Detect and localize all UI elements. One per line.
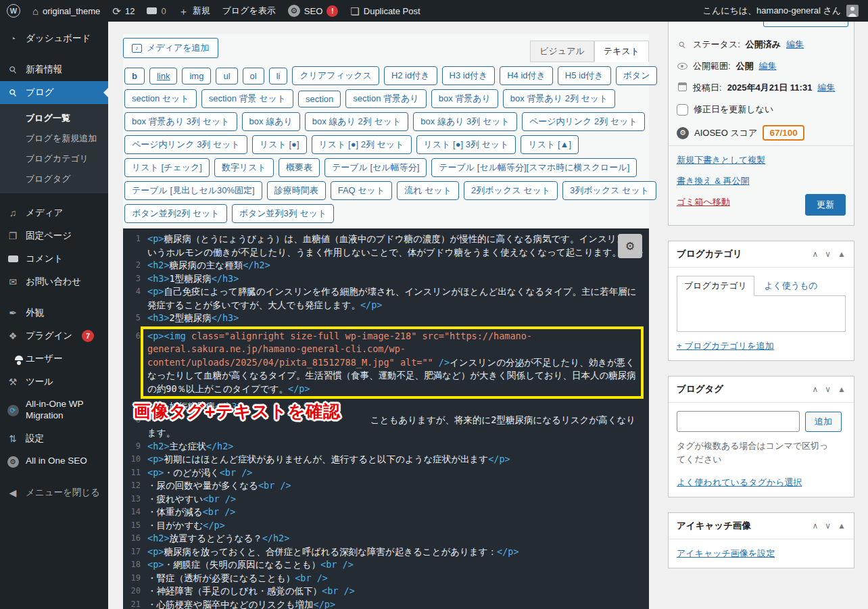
sidebar-item-pages[interactable]: ❐固定ページ xyxy=(0,224,108,247)
quicktag-button[interactable]: ul xyxy=(216,68,237,84)
quicktag-button[interactable]: ボタン xyxy=(616,66,658,85)
greeting-text[interactable]: こんにちは、hamano-general さん xyxy=(703,5,841,17)
quicktag-button[interactable]: テーブル [セル幅等分] xyxy=(324,158,427,177)
toggle-panel-icon[interactable]: ▲ xyxy=(838,249,846,259)
preview-button-partial[interactable] xyxy=(763,22,848,27)
quicktag-button[interactable]: テーブル [見出しセル30%固定] xyxy=(124,181,262,200)
sidebar-item-blog[interactable]: ⚲ブログ xyxy=(0,81,108,104)
code-line[interactable]: 12・尿の回数や量が多くなる<br /> xyxy=(123,479,644,493)
quicktag-button[interactable]: 3列ボックス セット xyxy=(562,181,656,200)
move-up-icon[interactable]: ∧ xyxy=(813,385,819,394)
quicktag-button[interactable]: ページ内リンク 2列 セット xyxy=(522,112,645,131)
quicktag-button[interactable]: box 線あり 2列 セット xyxy=(305,112,409,131)
code-line[interactable]: 9<h2>主な症状</h2> xyxy=(123,440,644,454)
code-line[interactable]: 16<h2>放置するとどうなる？</h2> xyxy=(123,532,644,545)
quicktag-button[interactable]: b xyxy=(124,68,145,84)
code-line[interactable]: 8こともありますが、将来的に2型糖尿病になるリスクが高くなります。画像タグ+テキ… xyxy=(123,414,644,440)
code-line[interactable]: 18<p>・網膜症（失明の原因になることも）<br /> xyxy=(123,558,644,572)
quicktag-button[interactable]: FAQ セット xyxy=(331,181,393,200)
sidebar-item-media[interactable]: ♫メディア xyxy=(0,201,108,224)
tab-most-used[interactable]: よく使うもの xyxy=(764,280,818,292)
code-line[interactable]: 4<p>自己免疫によって膵臓のインスリンを作る細胞が壊され、インスリンがほとんど… xyxy=(123,285,644,312)
toggle-panel-icon[interactable]: ▲ xyxy=(838,521,846,531)
sidebar-item-comments[interactable]: コメント xyxy=(0,247,108,270)
move-up-icon[interactable]: ∧ xyxy=(813,249,819,259)
code-line[interactable]: 3<h3>1型糖尿病</h3> xyxy=(123,272,644,286)
move-down-icon[interactable]: ∨ xyxy=(825,521,831,531)
quicktag-button[interactable]: ボタン並列3列 セット xyxy=(232,204,335,223)
quicktag-button[interactable]: section xyxy=(298,91,341,107)
code-line[interactable]: 21・心筋梗塞や脳卒中などのリスクも増加</p> xyxy=(123,598,644,609)
visibility-edit-link[interactable]: 編集 xyxy=(759,60,777,72)
code-line[interactable]: 10<p>初期にはほとんど症状がありませんが、進行すると以下のような症状が出ます… xyxy=(123,453,644,466)
category-list[interactable] xyxy=(677,295,846,332)
quicktag-button[interactable]: section セット xyxy=(124,89,197,108)
date-edit-link[interactable]: 編集 xyxy=(817,82,835,94)
move-down-icon[interactable]: ∨ xyxy=(825,385,831,394)
comments-menu[interactable]: 0 xyxy=(147,6,166,16)
code-line[interactable]: 11<p>・のどが渇く<br /> xyxy=(123,466,644,480)
sidebar-subitem-ブログタグ[interactable]: ブログタグ xyxy=(0,169,108,189)
aioseo-score-badge[interactable]: 67/100 xyxy=(763,125,804,141)
code-line[interactable]: 14・体重が減る<br /> xyxy=(123,506,644,519)
user-avatar[interactable] xyxy=(846,5,859,17)
add-media-button[interactable]: ♪ メディアを追加 xyxy=(123,38,218,58)
new-content-menu[interactable]: ＋ 新規 xyxy=(178,5,210,17)
quicktag-button[interactable]: 流れ セット xyxy=(397,181,459,200)
toggle-panel-icon[interactable]: ▲ xyxy=(838,385,846,394)
quicktag-button[interactable]: 数字リスト xyxy=(214,158,274,177)
sidebar-item-collapse[interactable]: ◀メニューを閉じる xyxy=(0,481,108,504)
quicktag-button[interactable]: H4 id付き xyxy=(500,66,553,85)
move-down-icon[interactable]: ∨ xyxy=(825,249,831,259)
code-line[interactable]: 13・疲れやすい<br /> xyxy=(123,493,644,506)
quicktag-button[interactable]: リスト [●] 2列 セット xyxy=(312,135,412,154)
move-to-trash-link[interactable]: ゴミ箱へ移動 xyxy=(677,196,730,208)
site-name-menu[interactable]: ⌂ original_theme xyxy=(32,6,100,16)
quicktag-button[interactable]: ページ内リンク 3列 セット xyxy=(124,135,247,154)
html-code-editor[interactable]: ⚙ 1<p>糖尿病（とうにょうびょう）は、血糖値（血液中のブドウ糖の濃度）が慢性… xyxy=(123,228,649,609)
quicktag-button[interactable]: section 背景あり xyxy=(345,89,426,108)
add-tag-button[interactable]: 追加 xyxy=(805,412,842,432)
quicktag-button[interactable]: リスト [▲] xyxy=(521,135,579,154)
quicktag-button[interactable]: li xyxy=(269,68,288,84)
quicktag-button[interactable]: H2 id付き xyxy=(384,66,437,85)
quicktag-button[interactable]: テーブル [セル幅等分][スマホ時に横スクロール] xyxy=(431,158,637,177)
wp-logo-menu[interactable]: W xyxy=(7,4,20,18)
sidebar-item-news[interactable]: ⚲新着情報 xyxy=(0,58,108,81)
code-line[interactable]: 19・腎症（透析が必要になることも）<br /> xyxy=(123,572,644,585)
quicktag-button[interactable]: H3 id付き xyxy=(442,66,496,85)
no-update-modified-checkbox[interactable] xyxy=(677,104,688,116)
code-line[interactable]: 20・神経障害（手足のしびれ・感覚の低下）<br /> xyxy=(123,585,644,598)
sidebar-subitem-ブログ一覧[interactable]: ブログ一覧 xyxy=(0,108,108,128)
quicktag-button[interactable]: box 線あり 3列 セット xyxy=(413,112,517,131)
quicktag-button[interactable]: box 背景あり 2列 セット xyxy=(503,89,616,108)
code-line[interactable]: 1<p>糖尿病（とうにょうびょう）は、血糖値（血液中のブドウ糖の濃度）が慢性的に… xyxy=(123,233,644,259)
tab-all-categories[interactable]: ブログカテゴリ xyxy=(677,276,754,296)
sidebar-item-contact[interactable]: ✉お問い合わせ xyxy=(0,270,108,293)
add-category-link[interactable]: + ブログカテゴリを追加 xyxy=(677,341,774,351)
sidebar-item-aioseo[interactable]: ⚙All in One SEO xyxy=(0,450,108,473)
editor-settings-button[interactable]: ⚙ xyxy=(618,234,642,258)
tag-input[interactable] xyxy=(677,411,800,432)
updates-menu[interactable]: ⟳ 12 xyxy=(112,6,135,16)
quicktag-button[interactable]: box 背景あり 3列 セット xyxy=(124,112,237,131)
quicktag-button[interactable]: section 背景 セット xyxy=(201,89,293,108)
quicktag-button[interactable]: H5 id付き xyxy=(558,66,611,85)
sidebar-subitem-ブログカテゴリ[interactable]: ブログカテゴリ xyxy=(0,149,108,169)
status-edit-link[interactable]: 編集 xyxy=(786,39,804,51)
view-blog-menu[interactable]: ブログを表示 xyxy=(222,5,276,17)
copy-to-draft-link[interactable]: 新規下書きとして複製 xyxy=(677,154,765,166)
sidebar-subitem-ブログを新規追加[interactable]: ブログを新規追加 xyxy=(0,128,108,149)
sidebar-item-appearance[interactable]: ✒外観 xyxy=(0,301,108,324)
code-line[interactable]: 5<h3>2型糖尿病</h3> xyxy=(123,312,644,325)
duplicate-post-menu[interactable]: ❏ Duplicate Post xyxy=(350,6,420,16)
quicktag-button[interactable]: 2列ボックス セット xyxy=(464,181,558,200)
sidebar-item-settings[interactable]: ⇅設定 xyxy=(0,427,108,450)
rewrite-republish-link[interactable]: 書き換え & 再公開 xyxy=(677,175,750,187)
set-featured-image-link[interactable]: アイキャッチ画像を設定 xyxy=(677,548,775,558)
sidebar-item-migration[interactable]: ⟳All-in-One WP Migration xyxy=(0,393,108,427)
quicktag-button[interactable]: リスト [チェック] xyxy=(124,158,210,177)
quicktag-button[interactable]: 診療時間表 xyxy=(267,181,326,200)
quicktag-button[interactable]: クリアフィックス xyxy=(292,66,379,85)
move-up-icon[interactable]: ∧ xyxy=(813,521,819,531)
